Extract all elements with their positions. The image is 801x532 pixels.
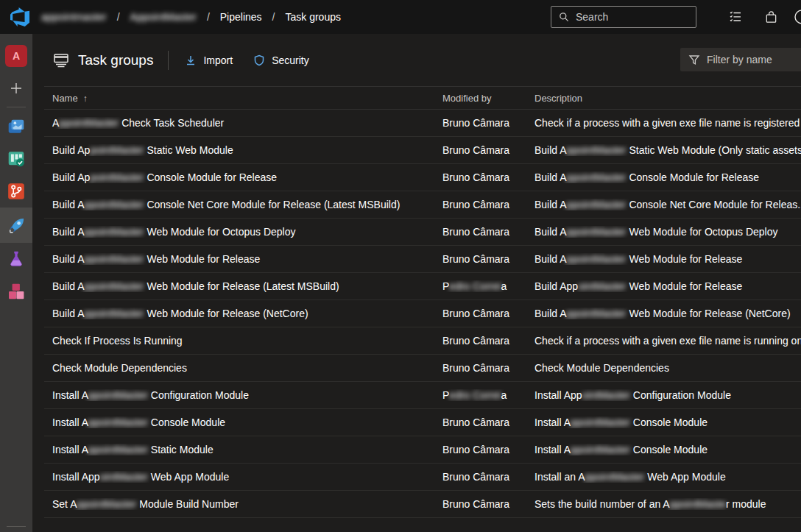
- text: Check if a process with a given exe file…: [534, 335, 801, 347]
- table-row[interactable]: Set AppointMaster Module Build NumberBru…: [44, 491, 801, 518]
- column-header-description-label: Description: [534, 93, 582, 104]
- page-header: Task groups Import Security: [32, 34, 801, 86]
- task-groups-table: Name↑ Modified by Description AppointMas…: [44, 86, 801, 518]
- text: Console Module for Release: [144, 171, 278, 183]
- column-header-description[interactable]: Description: [534, 93, 801, 104]
- text: P: [442, 389, 449, 401]
- task-group-name[interactable]: Check If Process Is Running: [52, 335, 442, 347]
- task-group-name[interactable]: Build AppointMaster Console Net Core Mod…: [52, 199, 442, 210]
- sidebar-item-pipelines[interactable]: [0, 208, 32, 243]
- task-group-name[interactable]: Build AppointMaster Web Module for Relea…: [52, 308, 442, 319]
- breadcrumb-item[interactable]: Task groups: [286, 11, 341, 23]
- text: Web Module for Octopus Deploy: [144, 226, 296, 238]
- redacted-text: ppointMaster: [88, 444, 148, 455]
- table-row[interactable]: Build AppointMaster Console Net Core Mod…: [44, 191, 801, 219]
- text: Bruno Câmara: [442, 362, 509, 374]
- task-group-name[interactable]: Build AppointMaster Static Web Module: [52, 144, 442, 156]
- top-navigation-bar: appointmaster/AppointMaster/Pipelines/Ta…: [0, 0, 801, 34]
- task-group-name[interactable]: Check Module Dependencies: [52, 362, 442, 374]
- table-row[interactable]: Build AppointMaster Console Module for R…: [44, 164, 801, 191]
- redacted-text: ppointMaster: [571, 444, 630, 455]
- text: a: [501, 280, 507, 292]
- text: Build A: [534, 253, 567, 265]
- search-icon: [558, 11, 570, 23]
- task-group-name[interactable]: Install AppointMaster Static Module: [52, 444, 442, 455]
- redacted-text: ppointMaster: [567, 253, 627, 265]
- text: Build A: [534, 308, 567, 319]
- task-group-name[interactable]: Build AppointMaster Web Module for Relea…: [52, 280, 442, 292]
- project-avatar[interactable]: A: [0, 40, 32, 72]
- redacted-text: ppointMaster: [567, 308, 627, 319]
- modified-by: Bruno Câmara: [442, 253, 534, 265]
- text: Console Module: [148, 416, 225, 428]
- breadcrumb-separator: /: [272, 11, 275, 23]
- task-group-name[interactable]: AppointMaster Check Task Scheduler: [52, 117, 442, 129]
- sidebar-item-add[interactable]: [0, 72, 32, 104]
- text: Bruno Câmara: [442, 335, 509, 347]
- modified-by: Bruno Câmara: [442, 117, 534, 129]
- table-row[interactable]: Check Module DependenciesBruno CâmaraChe…: [44, 355, 801, 382]
- redacted-text: ppointMaster: [77, 498, 136, 510]
- modified-by: Bruno Câmara: [442, 144, 534, 156]
- sidebar-item-test-plans[interactable]: [0, 243, 32, 275]
- task-group-name[interactable]: Build AppointMaster Web Module for Relea…: [52, 253, 442, 265]
- table-row[interactable]: Build AppointMaster Web Module for Relea…: [44, 273, 801, 300]
- import-button[interactable]: Import: [185, 54, 233, 66]
- text: Build A: [52, 253, 85, 265]
- security-button-label: Security: [272, 54, 309, 66]
- task-group-name[interactable]: Install AppointMaster Web App Module: [52, 471, 442, 483]
- breadcrumb-item[interactable]: appointmaster: [41, 11, 107, 23]
- text: Sets the build number of an A: [534, 498, 670, 510]
- sidebar-bottom-divider: [7, 526, 26, 527]
- search-input[interactable]: [576, 11, 709, 23]
- text: Build A: [52, 226, 85, 238]
- table-row[interactable]: Build AppointMaster Web Module for Octop…: [44, 219, 801, 246]
- task-group-name[interactable]: Set AppointMaster Module Build Number: [52, 498, 442, 510]
- sort-ascending-icon: ↑: [83, 93, 88, 104]
- table-row[interactable]: Install AppointMaster Static ModuleBruno…: [44, 436, 801, 464]
- azure-devops-logo[interactable]: [7, 4, 32, 29]
- table-row[interactable]: Install AppointMaster Web App ModuleBrun…: [44, 464, 801, 491]
- sidebar-item-artifacts[interactable]: [0, 275, 32, 308]
- sidebar-item-overview[interactable]: [0, 110, 32, 143]
- table-row[interactable]: Build AppointMaster Web Module for Relea…: [44, 300, 801, 327]
- text: r module: [726, 498, 766, 510]
- modified-by: Bruno Câmara: [442, 362, 534, 374]
- task-group-name[interactable]: Build AppointMaster Console Module for R…: [52, 171, 442, 183]
- task-group-name[interactable]: Build AppointMaster Web Module for Octop…: [52, 226, 442, 238]
- modified-by: Bruno Câmara: [442, 471, 534, 483]
- breadcrumb-item[interactable]: Pipelines: [220, 11, 262, 23]
- table-row[interactable]: AppointMaster Check Task SchedulerBruno …: [44, 110, 801, 137]
- task-group-name[interactable]: Install AppointMaster Console Module: [52, 416, 442, 428]
- redacted-text: edro Correi: [449, 280, 501, 292]
- column-header-name[interactable]: Name↑: [52, 93, 442, 104]
- marketplace-bag-icon[interactable]: [759, 5, 783, 29]
- filter-box[interactable]: [680, 48, 801, 71]
- boards-icon: [7, 149, 26, 169]
- table-body: AppointMaster Check Task SchedulerBruno …: [44, 110, 801, 518]
- security-button[interactable]: Security: [253, 54, 309, 66]
- table-row[interactable]: Build AppointMaster Static Web ModuleBru…: [44, 137, 801, 164]
- column-header-modified-by[interactable]: Modified by: [442, 93, 534, 104]
- task-group-name[interactable]: Install AppointMaster Configuration Modu…: [52, 389, 442, 401]
- search-box[interactable]: [551, 6, 696, 28]
- modified-by: Bruno Câmara: [442, 308, 534, 319]
- filter-by-name-input[interactable]: [707, 54, 801, 65]
- breadcrumb-item[interactable]: AppointMaster: [130, 11, 197, 23]
- text: Build Ap: [52, 144, 90, 156]
- task-list-icon[interactable]: [724, 5, 747, 29]
- sidebar-item-repos[interactable]: [0, 175, 32, 208]
- text: Build A: [534, 144, 567, 156]
- table-row[interactable]: Check If Process Is RunningBruno CâmaraC…: [44, 327, 801, 355]
- description: Install AppointMaster Configuration Modu…: [534, 389, 801, 401]
- sidebar-item-boards[interactable]: [0, 143, 32, 175]
- text: Build A: [534, 199, 567, 210]
- text: Bruno Câmara: [442, 226, 509, 238]
- text: Install A: [52, 389, 88, 401]
- text: Web Module for Release (NetCore): [627, 308, 791, 319]
- table-row[interactable]: Install AppointMaster Configuration Modu…: [44, 382, 801, 409]
- help-icon[interactable]: [793, 5, 801, 29]
- redacted-text: ppointMaster: [88, 416, 148, 428]
- table-row[interactable]: Build AppointMaster Web Module for Relea…: [44, 246, 801, 273]
- table-row[interactable]: Install AppointMaster Console ModuleBrun…: [44, 409, 801, 436]
